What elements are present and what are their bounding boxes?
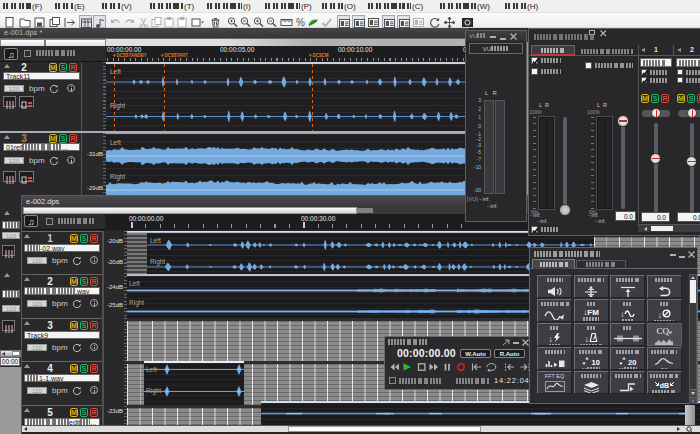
svg-text:%: % [296,17,305,28]
